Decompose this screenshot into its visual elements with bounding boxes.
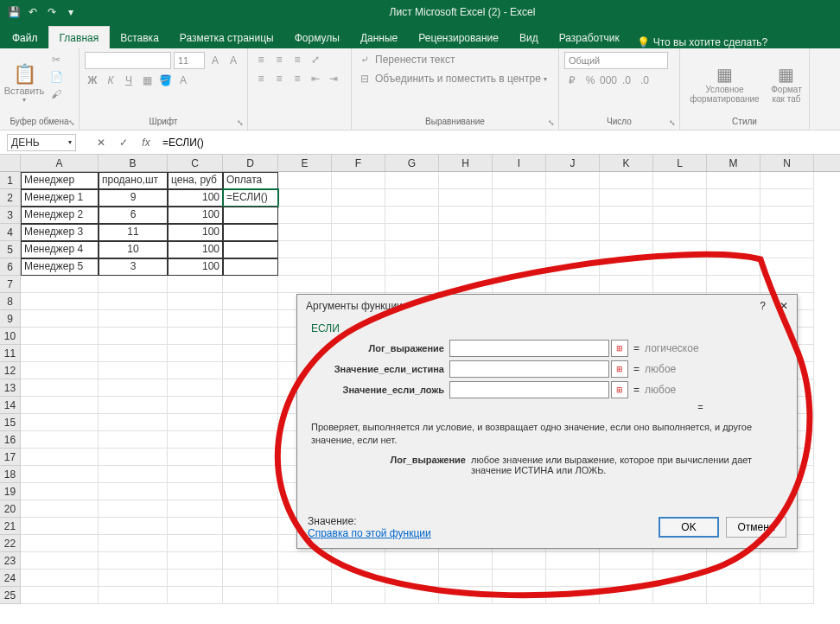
cell[interactable]	[99, 362, 168, 379]
cell[interactable]	[99, 379, 168, 397]
cell[interactable]	[21, 483, 99, 500]
cell[interactable]	[99, 414, 168, 431]
cell[interactable]	[439, 276, 493, 293]
cell[interactable]	[278, 189, 332, 207]
align-bottom-icon[interactable]: ≡	[290, 52, 305, 67]
cell[interactable]	[385, 241, 439, 258]
cell[interactable]	[223, 431, 278, 449]
cell[interactable]: Менеджер 5	[21, 258, 99, 276]
cell[interactable]	[653, 276, 707, 293]
cell[interactable]	[653, 258, 707, 276]
col-header[interactable]: G	[385, 155, 439, 171]
cell[interactable]	[21, 449, 99, 466]
cell[interactable]	[332, 258, 385, 276]
row-header[interactable]: 7	[0, 276, 21, 293]
cell[interactable]: Менеджер 4	[21, 241, 99, 258]
wrap-text-button[interactable]: ⤶ Перенести текст	[357, 52, 553, 67]
cancel-formula-icon[interactable]: ✕	[93, 135, 109, 150]
cell[interactable]	[99, 570, 168, 587]
col-header[interactable]: M	[707, 155, 760, 171]
font-size-combo[interactable]	[174, 52, 205, 69]
cell[interactable]	[21, 345, 99, 362]
row-header[interactable]: 24	[0, 570, 21, 587]
cell[interactable]	[99, 518, 168, 535]
cell[interactable]	[760, 276, 814, 293]
cell[interactable]: Менеджер 1	[21, 189, 99, 207]
cell[interactable]	[546, 276, 600, 293]
help-icon[interactable]: ?	[760, 300, 766, 312]
cell[interactable]	[707, 587, 760, 604]
tab-formulas[interactable]: Формулы	[284, 27, 350, 48]
ref-selector-icon[interactable]: ⊞	[611, 360, 628, 378]
cell[interactable]	[760, 172, 814, 189]
cell[interactable]	[493, 587, 546, 604]
cell[interactable]	[168, 535, 223, 552]
cell[interactable]	[600, 172, 653, 189]
cell[interactable]	[21, 414, 99, 431]
cell[interactable]	[21, 500, 99, 518]
cell[interactable]	[600, 224, 653, 241]
row-header[interactable]: 17	[0, 449, 21, 466]
cell[interactable]	[278, 224, 332, 241]
cell[interactable]	[439, 241, 493, 258]
cell[interactable]	[168, 466, 223, 483]
cell[interactable]	[168, 570, 223, 587]
enter-formula-icon[interactable]: ✓	[116, 135, 131, 150]
cell[interactable]	[168, 500, 223, 518]
cell[interactable]	[21, 570, 99, 587]
cell[interactable]	[223, 258, 278, 276]
cell[interactable]	[223, 328, 278, 345]
col-header[interactable]: L	[653, 155, 707, 171]
cell[interactable]: 100	[168, 189, 223, 207]
cell[interactable]	[385, 172, 439, 189]
cell[interactable]	[546, 258, 600, 276]
decrease-decimal-icon[interactable]: .0	[637, 73, 652, 88]
cell[interactable]	[760, 189, 814, 207]
cell[interactable]	[600, 241, 653, 258]
cell[interactable]	[21, 276, 99, 293]
row-header[interactable]: 15	[0, 414, 21, 431]
cell[interactable]	[760, 570, 814, 587]
comma-icon[interactable]: 000	[601, 73, 616, 88]
cell[interactable]: 100	[168, 207, 223, 224]
ref-selector-icon[interactable]: ⊞	[611, 381, 628, 398]
align-right-icon[interactable]: ≡	[290, 71, 305, 86]
cell[interactable]	[21, 293, 99, 310]
grow-font-icon[interactable]: A	[207, 53, 223, 68]
redo-icon[interactable]: ↷	[45, 5, 59, 19]
cell[interactable]	[168, 379, 223, 397]
cell[interactable]	[546, 587, 600, 604]
cell[interactable]: =ЕСЛИ()	[223, 189, 278, 207]
cell[interactable]	[493, 224, 546, 241]
cell[interactable]	[278, 552, 332, 570]
cell[interactable]	[332, 587, 385, 604]
cell[interactable]	[600, 258, 653, 276]
row-header[interactable]: 4	[0, 224, 21, 241]
cut-icon[interactable]: ✂	[48, 52, 64, 67]
cell[interactable]	[223, 483, 278, 500]
row-header[interactable]: 10	[0, 328, 21, 345]
row-header[interactable]: 11	[0, 345, 21, 362]
cell[interactable]	[168, 345, 223, 362]
cell[interactable]	[99, 293, 168, 310]
tab-home[interactable]: Главная	[48, 26, 111, 48]
cell[interactable]	[223, 293, 278, 310]
cell[interactable]	[439, 258, 493, 276]
row-header[interactable]: 5	[0, 241, 21, 258]
shrink-font-icon[interactable]: A	[226, 53, 241, 68]
cell[interactable]	[223, 345, 278, 362]
paste-button[interactable]: 📋 Вставить ▾	[5, 52, 43, 115]
cell[interactable]	[99, 310, 168, 328]
cell[interactable]	[493, 207, 546, 224]
cell[interactable]	[99, 466, 168, 483]
number-format-combo[interactable]	[564, 52, 668, 69]
cell[interactable]	[168, 431, 223, 449]
row-header[interactable]: 20	[0, 500, 21, 518]
cell[interactable]	[439, 172, 493, 189]
cell[interactable]	[21, 587, 99, 604]
col-header[interactable]: J	[546, 155, 600, 171]
tell-me-search[interactable]: 💡 Что вы хотите сделать?	[637, 36, 768, 48]
cell[interactable]: цена, руб	[168, 172, 223, 189]
cell[interactable]	[493, 552, 546, 570]
cell[interactable]	[546, 207, 600, 224]
